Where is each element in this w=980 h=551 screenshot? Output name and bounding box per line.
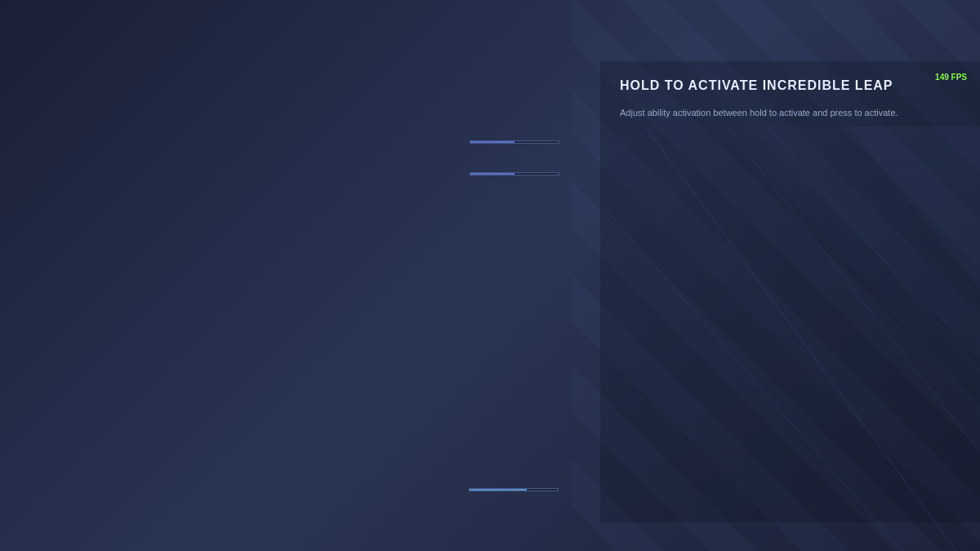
slider-track[interactable] — [470, 140, 559, 144]
svg-line-4 — [768, 127, 980, 371]
svg-line-1 — [645, 127, 980, 551]
right-panel: 149 FPS HOLD TO ACTIVATE INCREDIBLE LEAP… — [600, 61, 980, 522]
slider-fill — [470, 173, 514, 175]
slider-track[interactable] — [469, 488, 559, 491]
fps-counter: 149 FPS — [935, 73, 967, 82]
help-text: Adjust ability activation between hold t… — [620, 106, 964, 121]
svg-line-3 — [604, 208, 931, 551]
bg-decoration — [604, 127, 980, 551]
svg-marker-6 — [727, 127, 980, 412]
svg-line-2 — [727, 127, 980, 453]
help-title: HOLD TO ACTIVATE INCREDIBLE LEAP — [620, 78, 964, 95]
slider-track[interactable] — [470, 172, 559, 176]
slider-fill — [470, 489, 527, 491]
svg-marker-5 — [849, 127, 980, 290]
slider-fill — [470, 141, 514, 143]
